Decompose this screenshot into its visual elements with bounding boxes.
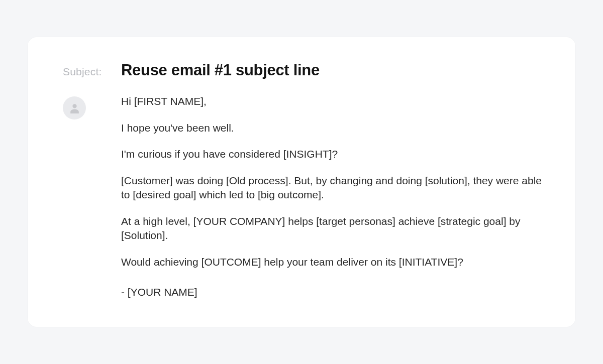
subject-value: Reuse email #1 subject line <box>121 61 320 79</box>
avatar <box>63 96 86 119</box>
avatar-column <box>63 94 113 300</box>
email-card: Subject: Reuse email #1 subject line Hi … <box>28 37 575 327</box>
subject-label: Subject: <box>63 66 108 78</box>
greeting: Hi [FIRST NAME], <box>121 94 547 109</box>
signature: - [YOUR NAME] <box>121 285 547 300</box>
email-body: Hi [FIRST NAME], I hope you've been well… <box>121 94 547 300</box>
paragraph-3: [Customer] was doing [Old process]. But,… <box>121 174 547 202</box>
signature-gap <box>121 281 547 285</box>
paragraph-4: At a high level, [YOUR COMPANY] helps [t… <box>121 214 547 243</box>
paragraph-5: Would achieving [OUTCOME] help your team… <box>121 255 547 270</box>
subject-row: Subject: Reuse email #1 subject line <box>63 61 547 79</box>
body-row: Hi [FIRST NAME], I hope you've been well… <box>63 94 547 300</box>
paragraph-1: I hope you've been well. <box>121 121 547 136</box>
person-icon <box>68 102 81 114</box>
paragraph-2: I'm curious if you have considered [INSI… <box>121 147 547 162</box>
